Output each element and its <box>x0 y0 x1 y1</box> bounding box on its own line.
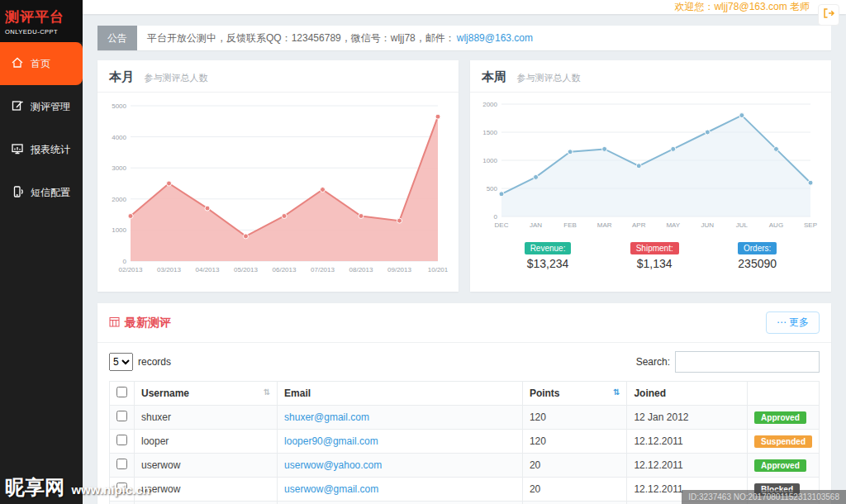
svg-text:JAN: JAN <box>530 221 542 229</box>
sidebar-item-label: 测评管理 <box>31 100 70 114</box>
svg-text:02/2013: 02/2013 <box>119 266 143 273</box>
column-email[interactable]: Email <box>278 382 523 406</box>
table-row: userwowuserwow@yahoo.com2012.12.2011Appr… <box>110 454 820 478</box>
svg-text:2000: 2000 <box>482 101 497 108</box>
logout-button[interactable] <box>818 4 839 26</box>
announcement-badge: 公告 <box>97 26 137 50</box>
svg-text:JUL: JUL <box>736 221 749 229</box>
records-per-page-select[interactable]: 5 <box>109 353 133 371</box>
email-link[interactable]: looper90@gmail.com <box>284 435 378 447</box>
cell-joined: 12.12.2011 <box>627 454 748 478</box>
cell-status: Blocked <box>748 478 820 502</box>
cell-points: 20 <box>522 454 627 478</box>
svg-text:5000: 5000 <box>112 102 126 110</box>
orders-label: Orders: <box>738 242 777 254</box>
dashboard-screen: 测评平台 ONLYEDU-CPPT 首页 测评管理 <box>0 0 846 504</box>
month-card-header: 本月 参与测评总人数 <box>97 60 459 93</box>
announcement-email-link[interactable]: wlj889@163.com <box>457 32 533 44</box>
sidebar-item-label: 短信配置 <box>31 186 70 200</box>
month-chart-card: 本月 参与测评总人数 01000200030004000500002/20130… <box>97 60 459 292</box>
sort-icon: ⇅ <box>264 388 270 397</box>
cell-joined: 12.12.2011 <box>627 430 748 454</box>
search-control: Search: <box>636 351 820 373</box>
svg-text:APR: APR <box>632 221 646 229</box>
cell-username: looper <box>135 430 278 454</box>
logo-title: 测评平台 <box>5 7 78 26</box>
cell-points <box>522 502 627 504</box>
sidebar-item-reports[interactable]: 报表统计 <box>0 128 83 171</box>
cell-status <box>748 502 820 504</box>
svg-text:10/201: 10/201 <box>428 266 449 273</box>
svg-text:MAR: MAR <box>597 221 612 229</box>
announcement-bar: 公告 平台开放公测中，反馈联系QQ：123456789，微信号：wljj78，邮… <box>97 26 831 50</box>
topbar: 欢迎您：wljj78@163.com 老师 <box>83 0 846 14</box>
table-card-header: 最新测评 ⋯ 更多 <box>97 303 831 343</box>
records-label: records <box>138 356 171 368</box>
records-control: 5 records <box>109 353 171 371</box>
sidebar-item-label: 报表统计 <box>31 143 70 157</box>
table-controls: 5 records Search: <box>97 343 831 381</box>
email-link[interactable]: shuxer@gmail.com <box>284 411 369 423</box>
search-input[interactable] <box>675 351 820 373</box>
sidebar-item-home[interactable]: 首页 <box>0 42 83 85</box>
sms-icon <box>11 185 24 201</box>
svg-text:1000: 1000 <box>112 226 126 234</box>
sidebar-item-sms[interactable]: 短信配置 <box>0 171 83 214</box>
svg-text:3000: 3000 <box>112 164 126 172</box>
svg-text:09/2013: 09/2013 <box>387 266 411 273</box>
calendar-grid-icon <box>109 316 120 330</box>
svg-text:DEC: DEC <box>495 221 509 229</box>
svg-text:03/2013: 03/2013 <box>157 266 181 273</box>
ellipsis-icon: ⋯ <box>777 316 787 328</box>
stat-revenue: Revenue: $13,234 <box>525 240 572 270</box>
svg-text:07/2013: 07/2013 <box>311 266 335 273</box>
status-badge: Approved <box>754 411 806 424</box>
column-username[interactable]: Username⇅ <box>135 382 278 406</box>
shipment-label: Shipment: <box>630 242 679 254</box>
sidebar-item-assessments[interactable]: 测评管理 <box>0 85 83 128</box>
svg-text:AUG: AUG <box>769 221 783 229</box>
orders-value: 235090 <box>738 257 777 270</box>
main-area: 欢迎您：wljj78@163.com 老师 公告 平台开放公测中，反馈联系QQ：… <box>83 0 846 504</box>
svg-text:04/2013: 04/2013 <box>196 266 220 273</box>
welcome-text: 欢迎您：wljj78@163.com 老师 <box>674 0 810 14</box>
select-all-checkbox[interactable] <box>116 387 127 397</box>
row-checkbox[interactable] <box>116 483 127 493</box>
search-label: Search: <box>636 356 670 368</box>
cell-status: Approved <box>748 454 820 478</box>
email-link[interactable]: userwow@gmail.com <box>284 483 378 495</box>
email-link[interactable]: userwow@yahoo.com <box>284 459 382 471</box>
revenue-label: Revenue: <box>525 242 572 254</box>
row-checkbox[interactable] <box>116 435 127 445</box>
cell-email: test@gmail.com <box>278 502 523 504</box>
svg-text:0: 0 <box>494 213 498 221</box>
home-icon <box>11 56 24 72</box>
cell-status: Approved <box>748 406 820 430</box>
cell-points: 120 <box>522 406 627 430</box>
month-card-subtitle: 参与测评总人数 <box>144 73 207 83</box>
sort-icon: ⇅ <box>613 388 620 397</box>
cell-email: shuxer@gmail.com <box>278 406 523 430</box>
month-chart: 01000200030004000500002/201303/201304/20… <box>97 93 459 286</box>
column-joined[interactable]: Joined <box>627 382 748 406</box>
svg-text:2000: 2000 <box>112 196 126 203</box>
table-header-row: Username⇅ Email Points⇅ Joined <box>110 382 820 406</box>
row-checkbox[interactable] <box>116 411 127 421</box>
svg-text:FEB: FEB <box>563 221 577 229</box>
row-checkbox[interactable] <box>116 459 127 469</box>
more-button[interactable]: ⋯ 更多 <box>766 311 820 334</box>
column-points[interactable]: Points⇅ <box>522 382 627 406</box>
cell-points: 20 <box>522 478 627 502</box>
table-body: shuxershuxer@gmail.com12012 Jan 2012Appr… <box>110 406 820 504</box>
cell-status: Suspended <box>748 430 820 454</box>
status-badge: Approved <box>754 459 806 472</box>
app-logo: 测评平台 ONLYEDU-CPPT <box>0 0 83 42</box>
logout-icon <box>822 7 835 23</box>
week-chart: 0500100015002000DECJANFEBMARAPRMAYJUNJUL… <box>470 93 831 238</box>
week-stats: Revenue: $13,234 Shipment: $1,134 Orders… <box>470 238 831 270</box>
chart-cards-row: 本月 参与测评总人数 01000200030004000500002/20130… <box>97 60 831 292</box>
sidebar-nav: 首页 测评管理 报表统计 <box>0 42 83 214</box>
table-row: shuxershuxer@gmail.com12012 Jan 2012Appr… <box>110 406 820 430</box>
status-badge: Blocked <box>754 483 800 496</box>
svg-text:MAY: MAY <box>666 221 680 229</box>
